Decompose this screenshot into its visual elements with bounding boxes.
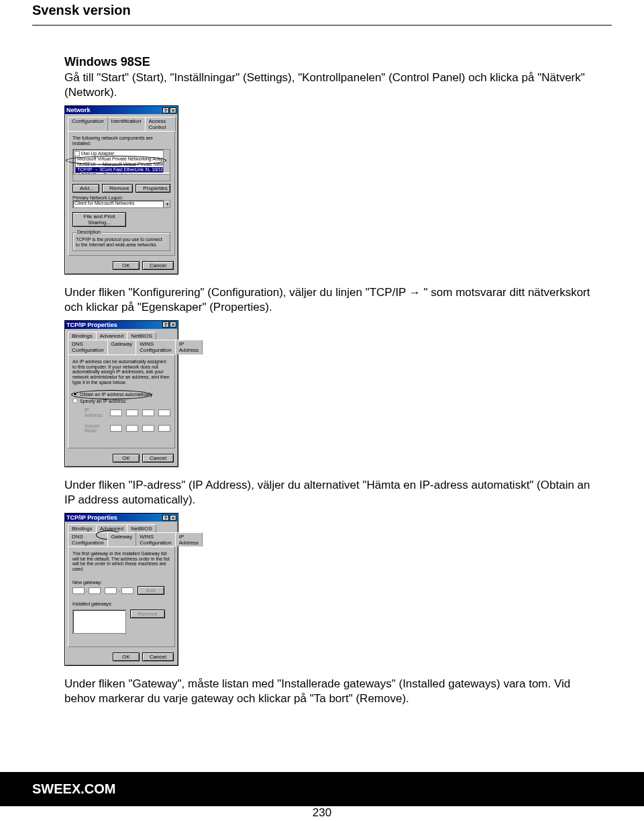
tcpip1-tabs-top: Bindings Advanced NetBIOS	[68, 332, 175, 340]
tab-ipaddress[interactable]: IP Address	[175, 340, 203, 354]
tab-bindings[interactable]: Bindings	[68, 332, 97, 340]
ip-address-label: IP Address:	[85, 407, 106, 418]
tab-wins[interactable]: WINS Configuration	[136, 532, 176, 546]
subnet-mask-field: ...	[110, 425, 170, 432]
scrollbar-horizontal[interactable]	[73, 174, 170, 181]
description-label: Description	[76, 230, 102, 234]
tab-advanced[interactable]: Advanced	[96, 332, 128, 340]
tcpip1-title: TCP/IP Properties	[66, 322, 117, 328]
list-item[interactable]: NetBEUI → Microsoft Virtual Private Netw…	[74, 162, 168, 167]
list-item[interactable]: Microsoft Virtual Private Networking Ada…	[74, 156, 168, 162]
tcpip2-title: TCP/IP Properties	[66, 514, 117, 521]
tcpip-gateway-dialog: TCP/IP Properties ? × Bindings Advanced …	[64, 513, 178, 666]
add-gateway-button[interactable]: Add	[138, 586, 164, 595]
new-gateway-label: New gateway:	[72, 580, 170, 585]
radio-icon	[72, 398, 78, 403]
logon-label: Primary Network Logon:	[72, 195, 170, 201]
footer-page-strip: 230	[0, 806, 644, 821]
help-icon[interactable]: ?	[162, 322, 169, 328]
tab-netbios[interactable]: NetBIOS	[127, 332, 156, 340]
tab-dns[interactable]: DNS Configuration	[68, 340, 108, 354]
installed-gateways-label: Installed gateways:	[72, 601, 170, 607]
scrollbar-vertical[interactable]	[163, 150, 170, 173]
description-group: Description TCP/IP is the protocol you u…	[72, 232, 170, 250]
tcpip1-tabs-bottom: DNS Configuration Gateway WINS Configura…	[68, 340, 175, 354]
tcpip2-tabs-top: Bindings Advanced NetBIOS	[68, 524, 175, 532]
page-header: Svensk version	[32, 3, 612, 18]
tab-gateway[interactable]: Gateway	[107, 532, 137, 546]
network-title: Network	[66, 107, 91, 113]
remove-gateway-button[interactable]: Remove	[130, 610, 165, 618]
tab-advanced[interactable]: Advanced	[96, 524, 128, 532]
ok-button[interactable]: OK	[113, 653, 140, 661]
subnet-mask-label: Subnet Mask:	[85, 424, 106, 434]
ip-address-field: ...	[110, 409, 170, 416]
footer-brand: SWEEX.COM	[32, 781, 115, 797]
description-text: TCP/IP is the protocol you use to connec…	[76, 237, 167, 247]
adapter-icon	[74, 156, 76, 162]
list-item-selected[interactable]: TCP/IP → 3Com Fast EtherLink XL 10/100Mb…	[74, 167, 168, 173]
tab-netbios[interactable]: NetBIOS	[127, 524, 156, 532]
installed-gateways-list[interactable]	[72, 610, 126, 634]
close-icon[interactable]: ×	[170, 515, 176, 521]
network-dialog: Network ? × Configuration Identification…	[64, 105, 178, 274]
remove-button[interactable]: Remove	[102, 184, 133, 193]
network-tab-panel: The following network components are ins…	[68, 131, 175, 255]
protocol-icon	[74, 162, 76, 167]
tab-ipaddress[interactable]: IP Address	[175, 532, 203, 546]
intro-text-2: Under fliken "Konfigurering" (Configurat…	[64, 285, 596, 315]
tcpip2-titlebar: TCP/IP Properties ? ×	[65, 514, 178, 522]
new-gateway-field[interactable]: ...	[72, 587, 133, 594]
list-item[interactable]: Dial-Up Adapter	[74, 151, 168, 156]
add-button[interactable]: Add...	[72, 184, 99, 193]
cancel-button[interactable]: Cancel	[142, 653, 174, 661]
tcpip2-panel: The first gateway in the Installed Gatew…	[68, 546, 175, 647]
network-components-list[interactable]: Dial-Up Adapter Microsoft Virtual Privat…	[72, 149, 170, 181]
protocol-icon	[74, 167, 76, 173]
help-icon[interactable]: ?	[162, 515, 169, 521]
heading-windows98se: Windows 98SE	[64, 55, 596, 69]
radio-icon	[72, 391, 78, 397]
tab-gateway[interactable]: Gateway	[107, 340, 137, 354]
tcpip2-tabs-bottom: DNS Configuration Gateway WINS Configura…	[68, 532, 175, 546]
page-number: 230	[313, 806, 331, 820]
tab-configuration[interactable]: Configuration	[68, 117, 108, 131]
cancel-button[interactable]: Cancel	[142, 261, 174, 270]
properties-button[interactable]: Properties	[136, 184, 170, 193]
intro-text-4: Under fliken "Gateway", måste listan med…	[64, 677, 596, 706]
tcpip1-titlebar: TCP/IP Properties ? ×	[65, 321, 178, 329]
header-rule	[32, 25, 612, 26]
obtain-ip-label: Obtain an IP address automatically	[80, 392, 152, 397]
specify-ip-radio[interactable]: Specify an IP address:	[72, 398, 170, 403]
specify-ip-label: Specify an IP address:	[80, 399, 127, 403]
intro-text-1: Gå till "Start" (Start), "Inställningar"…	[64, 70, 596, 100]
network-titlebar: Network ? ×	[65, 106, 178, 114]
tab-identification[interactable]: Identification	[107, 117, 146, 131]
tab-bindings[interactable]: Bindings	[68, 524, 97, 532]
components-label: The following network components are ins…	[72, 136, 170, 146]
close-icon[interactable]: ×	[170, 107, 176, 113]
obtain-ip-radio[interactable]: Obtain an IP address automatically	[72, 391, 170, 397]
tab-dns[interactable]: DNS Configuration	[68, 532, 108, 546]
footer-band: SWEEX.COM 230	[0, 772, 644, 821]
tab-wins[interactable]: WINS Configuration	[136, 340, 176, 354]
tcpip1-panel: An IP address can be automatically assig…	[68, 354, 175, 448]
network-tabs: Configuration Identification Access Cont…	[68, 117, 175, 131]
ok-button[interactable]: OK	[113, 261, 140, 270]
close-icon[interactable]: ×	[170, 322, 176, 328]
ip-intro-text: An IP address can be automatically assig…	[72, 359, 170, 385]
tcpip-ipaddress-dialog: TCP/IP Properties ? × Bindings Advanced …	[64, 320, 178, 467]
tab-access-control[interactable]: Access Control	[145, 117, 176, 131]
intro-text-3: Under fliken "IP-adress" (IP Address), v…	[64, 478, 596, 508]
ok-button[interactable]: OK	[113, 454, 140, 463]
help-icon[interactable]: ?	[162, 107, 169, 113]
gateway-intro-text: The first gateway in the Installed Gatew…	[72, 551, 170, 572]
logon-select[interactable]: Client for Microsoft Networks	[72, 200, 164, 208]
file-print-sharing-button[interactable]: File and Print Sharing...	[72, 212, 126, 227]
cancel-button[interactable]: Cancel	[142, 454, 174, 463]
adapter-icon	[74, 151, 80, 156]
chevron-down-icon[interactable]: ▾	[164, 200, 170, 208]
